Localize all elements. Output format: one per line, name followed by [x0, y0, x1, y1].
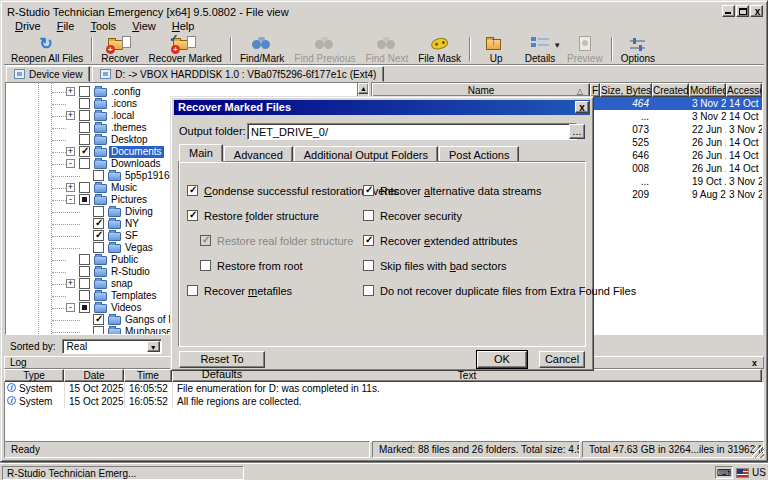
tree-item-label[interactable]: .config [109, 86, 142, 98]
dialog-tab-additional-output-folders[interactable]: Additional Output Folders [294, 146, 438, 162]
column-header-f[interactable]: F [590, 83, 600, 97]
us-flag-icon[interactable] [736, 468, 749, 478]
tree-checkbox[interactable] [79, 158, 90, 169]
tree-checkbox[interactable] [79, 194, 90, 205]
find-mark-button[interactable]: Find/Mark [235, 34, 289, 64]
checkbox-recover-alternative-data-streams[interactable]: Recover alternative data streams [363, 185, 589, 198]
sorted-by-select[interactable]: Real ▼ [62, 339, 162, 354]
checkbox-box[interactable] [363, 185, 374, 196]
checkbox-recover-security[interactable]: Recover security [363, 210, 589, 223]
checkbox-recover-extended-attributes[interactable]: Recover extended attributes [363, 235, 589, 248]
minimize-button[interactable] [722, 5, 735, 17]
tree-item-label[interactable]: Diving [123, 206, 155, 218]
checkbox-condense-successful-restoration-events[interactable]: Condense successful restoration events [187, 185, 359, 198]
expand-plus-icon[interactable]: + [66, 183, 75, 192]
log-column-header-type[interactable]: Type [4, 369, 64, 382]
checkbox-box[interactable] [187, 185, 198, 196]
options-button[interactable]: Options [616, 34, 660, 64]
tab-disk-d[interactable]: D: -> VBOX HARDDISK 1.0 : VBa07f5296-6f1… [92, 66, 384, 82]
tree-checkbox[interactable] [79, 86, 90, 97]
cancel-button[interactable]: Cancel [539, 351, 585, 368]
tree-checkbox[interactable] [79, 266, 90, 277]
maximize-button[interactable] [736, 5, 749, 17]
expand-plus-icon[interactable]: + [66, 87, 75, 96]
checkbox-box[interactable] [200, 260, 211, 271]
tree-item-label[interactable]: snap [109, 278, 135, 290]
expand-plus-icon[interactable]: + [66, 111, 75, 120]
column-header-modified[interactable]: Modified [689, 83, 726, 97]
log-close-icon[interactable]: x [749, 358, 760, 369]
browse-button[interactable]: ... [569, 124, 585, 139]
log-row[interactable]: iSystem15 Oct 202516:05:52All file regio… [5, 395, 763, 408]
tree-item-label[interactable]: Vegas [123, 242, 155, 254]
checkbox-box[interactable] [187, 285, 198, 296]
menu-file[interactable]: File [50, 19, 82, 34]
tree-checkbox[interactable] [93, 230, 104, 241]
expand-plus-icon[interactable]: + [66, 147, 75, 156]
tree-item-label[interactable]: Desktop [109, 134, 150, 146]
collapse-minus-icon[interactable]: - [66, 159, 75, 168]
collapse-minus-icon[interactable]: - [66, 303, 75, 312]
checkbox-box[interactable] [187, 210, 198, 221]
menu-view[interactable]: View [125, 19, 163, 34]
tree-checkbox[interactable] [93, 170, 104, 181]
tree-checkbox[interactable] [79, 278, 90, 289]
chevron-down-icon[interactable]: ▼ [553, 41, 561, 50]
column-header-accessed[interactable]: Accessed [726, 83, 762, 97]
column-header-size-bytes[interactable]: Size, Bytes [600, 83, 652, 97]
tree-checkbox[interactable] [93, 326, 104, 335]
tree-checkbox[interactable] [79, 254, 90, 265]
menu-tools[interactable]: Tools [83, 19, 123, 34]
log-column-header-time[interactable]: Time [124, 369, 172, 382]
checkbox-do-not-recover-duplicate-files-from-extra-found-files[interactable]: Do not recover duplicate files from Extr… [363, 285, 589, 298]
tree-item-label[interactable]: Documents [109, 146, 164, 158]
tree-item-label[interactable]: R-Studio [109, 266, 152, 278]
checkbox-skip-files-with-bad-sectors[interactable]: Skip files with bad sectors [363, 260, 589, 273]
up-button[interactable]: ↑Up [474, 34, 518, 64]
tree-checkbox[interactable] [79, 146, 90, 157]
column-header-name[interactable]: Name△ [372, 83, 590, 97]
checkbox-restore-from-root[interactable]: Restore from root [200, 260, 359, 273]
resize-grip[interactable] [752, 446, 764, 458]
log-column-header-date[interactable]: Date [64, 369, 124, 382]
tree-checkbox[interactable] [93, 206, 104, 217]
dialog-close-icon[interactable]: x [575, 101, 589, 113]
tab-device-view[interactable]: Device view [6, 66, 90, 82]
checkbox-box[interactable] [363, 210, 374, 221]
tree-item-label[interactable]: SF [123, 230, 140, 242]
tree-checkbox[interactable] [79, 98, 90, 109]
tree-item-label[interactable]: NY [123, 218, 141, 230]
tree-item-label[interactable]: Pictures [109, 194, 149, 206]
tree-item-label[interactable]: Templates [109, 290, 159, 302]
tree-checkbox[interactable] [93, 314, 104, 325]
close-button[interactable]: x [750, 5, 763, 17]
column-header-created[interactable]: Created [652, 83, 689, 97]
details-button[interactable]: ▼Details [518, 34, 562, 64]
taskbar-window-button[interactable]: R-Studio Technician Emerg... [2, 466, 244, 480]
tree-item-label[interactable]: Videos [109, 302, 143, 314]
checkbox-box[interactable] [363, 260, 374, 271]
checkbox-box[interactable] [363, 235, 374, 246]
dialog-tab-advanced[interactable]: Advanced [224, 146, 293, 162]
dialog-tab-post-actions[interactable]: Post Actions [439, 146, 520, 162]
expand-plus-icon[interactable]: + [66, 279, 75, 288]
tree-item-label[interactable]: .local [109, 110, 136, 122]
tree-item-label[interactable]: Downloads [109, 158, 162, 170]
keyboard-icon[interactable]: ⌨ [715, 466, 733, 479]
recover-button[interactable]: +Recover [96, 34, 143, 64]
tree-checkbox[interactable] [79, 134, 90, 145]
log-row[interactable]: iSystem15 Oct 202516:05:52File enumerati… [5, 382, 763, 395]
tree-checkbox[interactable] [79, 302, 90, 313]
tree-checkbox[interactable] [93, 242, 104, 253]
chevron-down-icon[interactable]: ▼ [147, 341, 160, 352]
tree-checkbox[interactable] [79, 122, 90, 133]
tree-checkbox[interactable] [79, 110, 90, 121]
scroll-up-arrow[interactable]: ▲ [358, 83, 369, 94]
reset-to-defaults-button[interactable]: Reset To Defaults [179, 351, 265, 368]
reopen-all-files-button[interactable]: ↻Reopen All Files [6, 34, 88, 64]
checkbox-box[interactable] [363, 285, 374, 296]
collapse-minus-icon[interactable]: - [66, 195, 75, 204]
tree-checkbox[interactable] [79, 182, 90, 193]
dialog-tab-main[interactable]: Main [179, 144, 223, 162]
ok-button[interactable]: OK [477, 351, 527, 368]
